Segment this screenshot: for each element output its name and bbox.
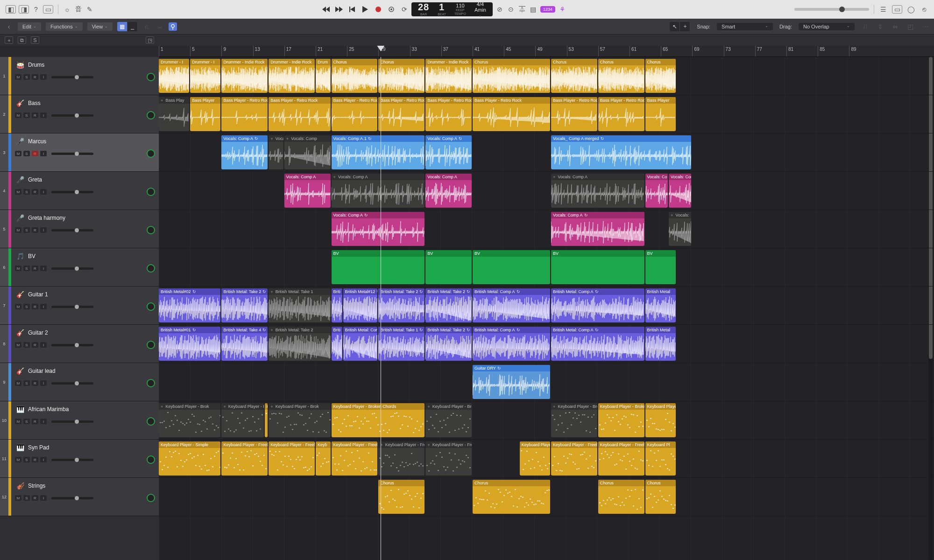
region[interactable]: British Metal: Comp A [551,288,644,322]
region[interactable]: Vocals: Comp A [551,174,644,208]
track-lane[interactable]: BVBVBVBVBV [159,248,934,287]
record-enable-button[interactable]: R [32,74,38,80]
mute-button[interactable]: M [15,227,21,233]
region[interactable]: Bass Player - Retro Rock [473,97,550,131]
region[interactable]: Keyboard Player - Broken Chords [332,403,425,437]
mute-button[interactable]: M [15,266,21,271]
track-name[interactable]: Strings [28,483,45,489]
list-editors-icon[interactable]: ☰ [879,5,887,14]
region[interactable]: Bass Player [190,97,220,131]
region[interactable]: Keyboard Player - Broken [645,403,676,437]
region[interactable]: Chorus [473,480,550,514]
region[interactable]: Bass Player - Retro Rock [269,97,330,131]
input-monitor-button[interactable]: I [40,419,47,424]
track-volume-slider[interactable] [51,114,93,117]
region[interactable]: Vocals: Comp A [425,174,472,208]
solo-button[interactable]: S [23,495,30,501]
record-enable-button[interactable]: R [32,342,38,348]
input-monitor-button[interactable]: I [40,74,47,80]
play-button[interactable] [361,5,369,14]
snap-select[interactable]: Smart ⌄ [717,23,773,30]
vertical-zoom-icon[interactable]: ⇕ [876,22,884,31]
region[interactable]: Vocals: Comp A [332,212,425,246]
region[interactable]: Drummer - Indie Rock [269,59,315,93]
region[interactable]: British Metal: Take 2 [425,288,472,322]
input-monitor-button[interactable]: I [40,342,47,348]
track-name[interactable]: Guitar 1 [28,291,48,298]
track-volume-slider[interactable] [51,229,93,231]
track-lane[interactable]: Vocals: Comp AVocals: CompVocals: CompVo… [159,133,934,172]
region[interactable]: Chorus [378,59,425,93]
track-lane[interactable]: British Metal#02British Metal: Take 2Bri… [159,287,934,325]
region[interactable]: British Metal: Take 4 [221,327,268,361]
region[interactable]: British Metal: Comp A [551,327,644,361]
help-icon[interactable]: ? [32,5,40,14]
region[interactable]: British Metal: Take 1 [378,327,425,361]
track-lane[interactable]: Guitar DRY [159,363,934,401]
edit-pencil-icon[interactable]: ✎ [85,5,94,14]
input-monitor-button[interactable]: I [40,380,47,386]
track-header[interactable]: 5 🎤 Greta harmony M S R I [0,210,159,248]
waveform-zoom-icon[interactable]: ⎍ [861,22,870,31]
region[interactable]: British Metal: Take 2 [378,288,425,322]
record-enable-button[interactable]: R [32,419,38,424]
region[interactable]: Keyboard Player - Freely [221,441,268,476]
region[interactable]: Keyboard Player - Freely [520,441,550,476]
region[interactable]: Vocals: Comp A [284,174,331,208]
region[interactable]: Keyboard Player - Freely [269,441,315,476]
region[interactable]: Chorus [645,59,676,93]
region[interactable]: Keyboard Player - Broken [598,403,644,437]
region[interactable]: British Metal#02 [159,288,220,322]
solo-button[interactable]: S [23,189,30,195]
track-name[interactable]: Guitar lead [28,368,56,374]
track-volume-slider[interactable] [51,191,93,193]
library-toggle-icon[interactable]: ◧ [6,5,16,14]
record-enable-button[interactable]: R [32,189,38,195]
input-monitor-button[interactable]: I [40,112,47,118]
flex-icon[interactable]: ⎌ [142,22,151,31]
more-icon[interactable]: ⋯ [921,22,929,31]
track-name[interactable]: BV [28,253,35,259]
region[interactable]: Vocals: Comp A [332,174,425,208]
region[interactable]: Drummer - Indie Rock [425,59,472,93]
solo-button[interactable]: S [23,457,30,462]
mute-button[interactable]: M [15,342,21,348]
region[interactable]: British Metal: Take 2 [269,327,330,361]
region[interactable]: British Metal#01 [159,327,220,361]
region[interactable]: British Metal [645,327,676,361]
track-header[interactable]: 4 🎤 Greta M S R I [0,172,159,210]
view-menu[interactable]: View⌄ [87,22,113,31]
region[interactable]: Drummer - Indie Rock [221,59,268,93]
region[interactable]: Vocals: Comp [669,174,691,208]
grid-view-icon[interactable]: ▦ [117,22,127,31]
track-name[interactable]: Bass [28,100,41,106]
mute-button[interactable]: M [15,189,21,195]
track-volume-slider[interactable] [51,344,93,346]
solo-button[interactable]: S [23,151,30,156]
region[interactable]: Chorus [598,59,644,93]
region[interactable]: Keyboard Player - Brok [221,403,263,437]
mute-button[interactable]: M [15,495,21,501]
mixer-icon[interactable]: ⾳ [74,5,83,14]
catch-icon[interactable]: ⨝ [156,22,164,31]
track-header[interactable]: 3 🎤 Marcus M S R I [0,133,159,172]
track-name[interactable]: Greta harmony [28,215,65,221]
pointer-tool-icon[interactable]: ↖ [670,22,680,31]
track-header[interactable]: 10 🎹 African Marimba M S R I [0,401,159,440]
track-header[interactable]: 1 🥁 Drums M S R I [0,57,159,95]
track-lane[interactable]: ChorusChorusChorusChorus [159,478,934,516]
record-button[interactable] [374,5,382,14]
track-lane[interactable]: Vocals: Comp AVocals: Comp AVocals: [159,210,934,248]
region[interactable]: Chorus [332,59,378,93]
link-icon[interactable]: ⚲ [169,22,177,31]
track-lane[interactable]: Bass PlayBass PlayerBass Player - Retro … [159,95,934,133]
region[interactable]: Keyboard Player - Simple [159,441,220,476]
input-monitor-button[interactable]: I [40,266,47,271]
pencil-tool-icon[interactable]: ＋ [680,22,690,31]
functions-menu[interactable]: Functions⌄ [46,22,83,31]
region[interactable]: British Metal: Take 2 [425,327,472,361]
region[interactable]: Briti [332,327,342,361]
track-name[interactable]: Guitar 2 [28,329,48,336]
region[interactable]: British Metal: Comp A [343,327,378,361]
record-enable-button[interactable]: R [32,304,38,309]
